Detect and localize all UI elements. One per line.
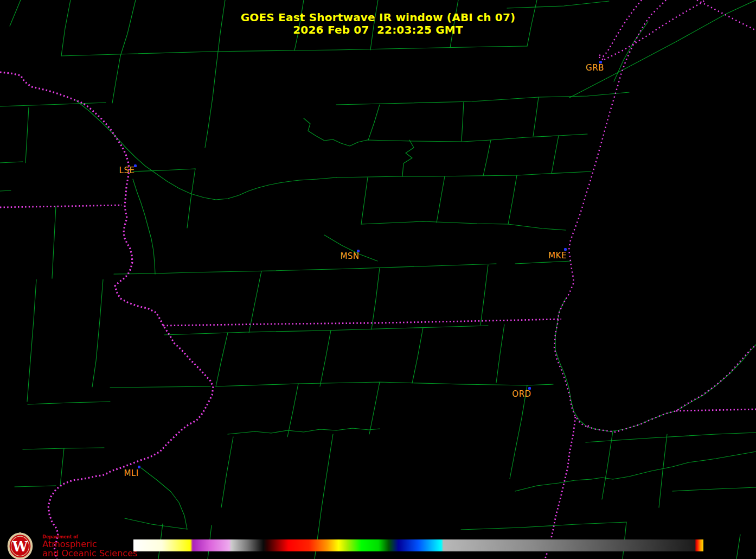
county-boundary-line [0,103,106,106]
county-boundary-line [110,386,210,388]
county-boundary-line [304,118,367,146]
uw-crest-icon: W [3,532,37,559]
county-boundary-line [287,384,298,437]
county-boundary-line [28,402,110,404]
county-boundary-line [496,325,504,383]
state-border-line [554,0,756,432]
county-boundary-line [249,271,261,333]
county-boundary-line [221,437,233,507]
county-boundary-line [30,280,36,361]
logo-atmospheric: Atmospheric [42,539,137,549]
county-boundary-line [462,102,464,141]
county-boundary-line [368,105,380,140]
county-boundary-line [0,190,11,191]
county-boundary-line [336,92,629,105]
county-boundary-line [507,1,609,8]
county-boundary-line [369,382,380,434]
county-boundary-line [437,176,445,223]
image-title-line2: 2026 Feb 07 22:03:25 GMT [0,24,756,36]
logo-oceanic-sciences: and Oceanic Sciences [42,549,137,558]
county-boundary-line [320,331,331,386]
state-border-line [0,205,122,207]
station-label-mli: MLI [124,468,138,478]
station-label-lse: LSE [119,166,135,175]
satellite-map-canvas: GOES East Shortwave IR window (ABI ch 07… [0,0,756,559]
crest-letter: W [12,538,28,555]
county-boundary-line [361,221,566,230]
state-border-line [676,409,756,411]
county-boundary-line [164,326,488,335]
station-label-ord: ORD [512,389,531,399]
county-boundary-line [187,169,195,228]
county-boundary-line [533,97,539,136]
county-boundaries-layer [0,0,756,559]
state-border-line [163,319,561,326]
county-boundary-line [515,452,756,491]
county-boundary-line [114,264,496,274]
county-boundary-line [125,518,187,529]
county-boundary-line [205,98,213,148]
county-boundary-line [586,433,756,442]
county-boundary-line [61,46,527,56]
image-title-line1: GOES East Shortwave IR window (ABI ch 07… [0,11,756,24]
county-boundary-line [133,179,155,274]
county-boundary-line [515,261,571,264]
county-boundary-line [552,136,559,174]
county-boundary-line [23,448,104,449]
station-label-grb: GRB [586,63,604,73]
county-boundary-line [52,206,56,278]
county-boundary-line [672,487,756,491]
uw-aos-logo: W Department of Atmospheric and Oceanic … [3,532,137,559]
county-boundary-line [336,171,591,177]
county-boundary-line [480,265,488,325]
county-boundary-line [659,434,667,507]
county-boundary-line [112,56,120,103]
county-boundary-line [228,428,380,434]
state-border-line [545,417,575,559]
county-boundary-line [736,535,740,559]
county-boundary-line [25,107,29,163]
county-boundary-line [602,431,613,499]
county-boundary-line [412,328,423,383]
county-boundary-line [402,140,414,176]
county-boundary-line [141,468,187,529]
county-boundary-line [133,169,195,171]
county-boundary-line [555,298,756,431]
county-boundary-line [371,268,380,329]
county-boundary-line [216,382,553,386]
map-overlay [0,0,756,559]
station-label-mke: MKE [548,251,567,261]
county-boundary-line [461,522,626,530]
county-boundary-line [367,134,587,142]
county-boundary-line [76,100,336,200]
county-boundary-line [508,175,517,224]
county-boundary-line [216,333,228,386]
color-scale-bar [133,539,703,551]
county-boundary-line [361,177,368,224]
county-boundary-line [0,162,23,163]
state-border-line [0,72,213,559]
county-boundary-line [92,280,103,387]
station-label-msn: MSN [340,251,359,261]
logo-text-block: Department of Atmospheric and Oceanic Sc… [42,532,137,558]
county-boundary-line [15,486,56,487]
county-boundary-line [483,140,491,176]
county-boundary-line [27,361,30,402]
county-boundary-line [510,385,527,479]
county-boundary-line [60,448,64,486]
